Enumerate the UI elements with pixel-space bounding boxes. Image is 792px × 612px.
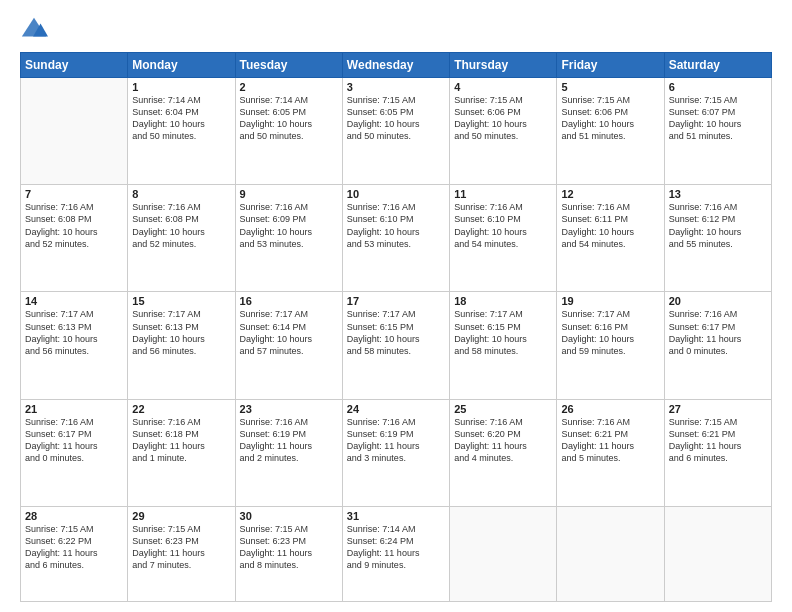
calendar-cell: 17Sunrise: 7:17 AM Sunset: 6:15 PM Dayli… [342,292,449,399]
calendar-week-row: 7Sunrise: 7:16 AM Sunset: 6:08 PM Daylig… [21,185,772,292]
day-number: 15 [132,295,230,307]
day-info: Sunrise: 7:16 AM Sunset: 6:08 PM Dayligh… [132,201,230,250]
day-info: Sunrise: 7:15 AM Sunset: 6:05 PM Dayligh… [347,94,445,143]
calendar-cell: 16Sunrise: 7:17 AM Sunset: 6:14 PM Dayli… [235,292,342,399]
day-info: Sunrise: 7:17 AM Sunset: 6:14 PM Dayligh… [240,308,338,357]
calendar-cell: 19Sunrise: 7:17 AM Sunset: 6:16 PM Dayli… [557,292,664,399]
calendar-cell: 25Sunrise: 7:16 AM Sunset: 6:20 PM Dayli… [450,399,557,506]
day-number: 16 [240,295,338,307]
day-info: Sunrise: 7:16 AM Sunset: 6:19 PM Dayligh… [347,416,445,465]
day-info: Sunrise: 7:15 AM Sunset: 6:07 PM Dayligh… [669,94,767,143]
calendar-cell: 15Sunrise: 7:17 AM Sunset: 6:13 PM Dayli… [128,292,235,399]
calendar-table: SundayMondayTuesdayWednesdayThursdayFrid… [20,52,772,602]
calendar-cell: 21Sunrise: 7:16 AM Sunset: 6:17 PM Dayli… [21,399,128,506]
day-number: 20 [669,295,767,307]
day-number: 17 [347,295,445,307]
calendar-cell: 1Sunrise: 7:14 AM Sunset: 6:04 PM Daylig… [128,78,235,185]
day-info: Sunrise: 7:17 AM Sunset: 6:15 PM Dayligh… [454,308,552,357]
day-number: 12 [561,188,659,200]
calendar-cell: 6Sunrise: 7:15 AM Sunset: 6:07 PM Daylig… [664,78,771,185]
calendar-header-row: SundayMondayTuesdayWednesdayThursdayFrid… [21,53,772,78]
day-number: 8 [132,188,230,200]
calendar-cell: 20Sunrise: 7:16 AM Sunset: 6:17 PM Dayli… [664,292,771,399]
day-number: 28 [25,510,123,522]
logo-icon [20,16,48,44]
day-number: 26 [561,403,659,415]
day-number: 29 [132,510,230,522]
page: SundayMondayTuesdayWednesdayThursdayFrid… [0,0,792,612]
day-info: Sunrise: 7:16 AM Sunset: 6:18 PM Dayligh… [132,416,230,465]
day-number: 23 [240,403,338,415]
day-info: Sunrise: 7:15 AM Sunset: 6:23 PM Dayligh… [240,523,338,572]
day-number: 21 [25,403,123,415]
day-info: Sunrise: 7:16 AM Sunset: 6:19 PM Dayligh… [240,416,338,465]
calendar-week-row: 1Sunrise: 7:14 AM Sunset: 6:04 PM Daylig… [21,78,772,185]
day-number: 1 [132,81,230,93]
logo [20,16,52,44]
calendar-cell [450,506,557,601]
day-info: Sunrise: 7:16 AM Sunset: 6:11 PM Dayligh… [561,201,659,250]
calendar-cell: 9Sunrise: 7:16 AM Sunset: 6:09 PM Daylig… [235,185,342,292]
day-info: Sunrise: 7:16 AM Sunset: 6:12 PM Dayligh… [669,201,767,250]
day-number: 3 [347,81,445,93]
calendar-cell: 2Sunrise: 7:14 AM Sunset: 6:05 PM Daylig… [235,78,342,185]
day-info: Sunrise: 7:15 AM Sunset: 6:23 PM Dayligh… [132,523,230,572]
calendar-header-friday: Friday [557,53,664,78]
calendar-cell [557,506,664,601]
calendar-cell: 13Sunrise: 7:16 AM Sunset: 6:12 PM Dayli… [664,185,771,292]
day-info: Sunrise: 7:14 AM Sunset: 6:04 PM Dayligh… [132,94,230,143]
day-number: 19 [561,295,659,307]
calendar-cell: 23Sunrise: 7:16 AM Sunset: 6:19 PM Dayli… [235,399,342,506]
day-number: 4 [454,81,552,93]
day-number: 14 [25,295,123,307]
day-number: 22 [132,403,230,415]
calendar-cell: 5Sunrise: 7:15 AM Sunset: 6:06 PM Daylig… [557,78,664,185]
day-number: 18 [454,295,552,307]
calendar-week-row: 14Sunrise: 7:17 AM Sunset: 6:13 PM Dayli… [21,292,772,399]
day-info: Sunrise: 7:17 AM Sunset: 6:13 PM Dayligh… [25,308,123,357]
day-info: Sunrise: 7:16 AM Sunset: 6:10 PM Dayligh… [347,201,445,250]
day-info: Sunrise: 7:16 AM Sunset: 6:21 PM Dayligh… [561,416,659,465]
day-number: 25 [454,403,552,415]
day-info: Sunrise: 7:15 AM Sunset: 6:06 PM Dayligh… [561,94,659,143]
day-number: 11 [454,188,552,200]
day-info: Sunrise: 7:17 AM Sunset: 6:15 PM Dayligh… [347,308,445,357]
calendar-header-tuesday: Tuesday [235,53,342,78]
day-info: Sunrise: 7:16 AM Sunset: 6:10 PM Dayligh… [454,201,552,250]
day-number: 5 [561,81,659,93]
calendar-cell: 22Sunrise: 7:16 AM Sunset: 6:18 PM Dayli… [128,399,235,506]
calendar-header-sunday: Sunday [21,53,128,78]
day-number: 7 [25,188,123,200]
calendar-cell: 14Sunrise: 7:17 AM Sunset: 6:13 PM Dayli… [21,292,128,399]
day-info: Sunrise: 7:14 AM Sunset: 6:05 PM Dayligh… [240,94,338,143]
calendar-cell: 27Sunrise: 7:15 AM Sunset: 6:21 PM Dayli… [664,399,771,506]
day-info: Sunrise: 7:17 AM Sunset: 6:13 PM Dayligh… [132,308,230,357]
calendar-cell: 26Sunrise: 7:16 AM Sunset: 6:21 PM Dayli… [557,399,664,506]
calendar-cell: 31Sunrise: 7:14 AM Sunset: 6:24 PM Dayli… [342,506,449,601]
calendar-cell: 10Sunrise: 7:16 AM Sunset: 6:10 PM Dayli… [342,185,449,292]
day-number: 6 [669,81,767,93]
calendar-cell: 4Sunrise: 7:15 AM Sunset: 6:06 PM Daylig… [450,78,557,185]
calendar-header-saturday: Saturday [664,53,771,78]
calendar-cell: 11Sunrise: 7:16 AM Sunset: 6:10 PM Dayli… [450,185,557,292]
day-number: 27 [669,403,767,415]
day-info: Sunrise: 7:16 AM Sunset: 6:20 PM Dayligh… [454,416,552,465]
calendar-cell: 29Sunrise: 7:15 AM Sunset: 6:23 PM Dayli… [128,506,235,601]
calendar-cell: 30Sunrise: 7:15 AM Sunset: 6:23 PM Dayli… [235,506,342,601]
day-number: 30 [240,510,338,522]
calendar-cell: 24Sunrise: 7:16 AM Sunset: 6:19 PM Dayli… [342,399,449,506]
day-info: Sunrise: 7:16 AM Sunset: 6:17 PM Dayligh… [669,308,767,357]
calendar-cell: 3Sunrise: 7:15 AM Sunset: 6:05 PM Daylig… [342,78,449,185]
calendar-cell: 12Sunrise: 7:16 AM Sunset: 6:11 PM Dayli… [557,185,664,292]
day-number: 10 [347,188,445,200]
day-info: Sunrise: 7:15 AM Sunset: 6:21 PM Dayligh… [669,416,767,465]
calendar-week-row: 21Sunrise: 7:16 AM Sunset: 6:17 PM Dayli… [21,399,772,506]
calendar-week-row: 28Sunrise: 7:15 AM Sunset: 6:22 PM Dayli… [21,506,772,601]
day-number: 13 [669,188,767,200]
calendar-cell: 28Sunrise: 7:15 AM Sunset: 6:22 PM Dayli… [21,506,128,601]
day-number: 2 [240,81,338,93]
day-info: Sunrise: 7:17 AM Sunset: 6:16 PM Dayligh… [561,308,659,357]
calendar-cell: 7Sunrise: 7:16 AM Sunset: 6:08 PM Daylig… [21,185,128,292]
day-info: Sunrise: 7:15 AM Sunset: 6:06 PM Dayligh… [454,94,552,143]
calendar-header-wednesday: Wednesday [342,53,449,78]
